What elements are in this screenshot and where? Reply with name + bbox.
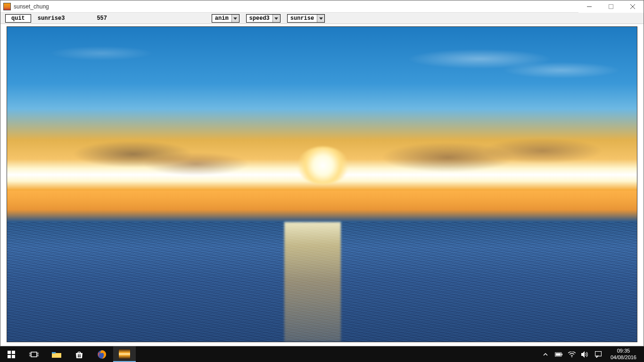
speed-dropdown-label: speed3 [247, 15, 272, 22]
scene-dropdown[interactable]: sunrise [287, 14, 325, 23]
system-tray: 09:35 04/08/2016 [542, 348, 644, 360]
svg-rect-1 [609, 5, 613, 9]
close-button[interactable] [622, 0, 644, 13]
window-controls [578, 0, 644, 13]
svg-marker-5 [274, 17, 278, 20]
svg-rect-17 [80, 354, 81, 356]
sun-reflection [284, 222, 341, 342]
svg-rect-7 [8, 351, 11, 354]
file-explorer-button[interactable] [45, 346, 68, 362]
svg-rect-16 [78, 354, 79, 356]
svg-rect-13 [37, 353, 39, 356]
svg-rect-23 [556, 353, 561, 355]
svg-marker-6 [319, 17, 323, 20]
maximize-button[interactable] [600, 0, 622, 13]
minimize-button[interactable] [578, 0, 600, 13]
svg-rect-15 [52, 352, 56, 354]
clock[interactable]: 09:35 04/08/2016 [608, 348, 639, 360]
volume-icon[interactable] [581, 351, 589, 358]
svg-point-24 [571, 356, 572, 357]
quit-button[interactable]: quit [5, 14, 31, 23]
svg-rect-12 [29, 353, 31, 356]
svg-rect-8 [12, 351, 15, 354]
chevron-down-icon [272, 15, 280, 22]
chevron-down-icon [317, 15, 324, 22]
sun [297, 147, 349, 184]
tray-chevron-icon[interactable] [542, 351, 549, 358]
app-window: sunset_chung quit sunrise3 557 anim spee… [0, 0, 644, 346]
clock-time: 09:35 [611, 348, 636, 354]
mode-label: sunrise3 [35, 15, 68, 22]
start-button[interactable] [0, 346, 23, 362]
store-button[interactable] [68, 346, 91, 362]
sunset-app-button[interactable] [113, 346, 136, 362]
anim-dropdown[interactable]: anim [212, 14, 239, 23]
chevron-down-icon [231, 15, 239, 22]
sunset-app-icon [118, 349, 131, 359]
speed-dropdown[interactable]: speed3 [246, 14, 281, 23]
svg-rect-9 [8, 355, 11, 358]
svg-marker-27 [596, 356, 598, 358]
taskbar: 09:35 04/08/2016 [0, 346, 644, 362]
counter-label: 557 [94, 15, 110, 22]
svg-rect-19 [80, 356, 81, 357]
notifications-icon[interactable] [594, 351, 602, 358]
render-viewport [7, 26, 637, 342]
svg-rect-14 [52, 354, 61, 358]
svg-rect-11 [31, 352, 37, 357]
scene-dropdown-label: sunrise [288, 15, 317, 22]
titlebar[interactable]: sunset_chung [0, 0, 644, 13]
svg-marker-25 [581, 351, 585, 358]
clouds-upper [7, 36, 637, 93]
svg-rect-22 [561, 354, 562, 355]
firefox-button[interactable] [91, 346, 113, 362]
anim-dropdown-label: anim [212, 15, 231, 22]
clock-date: 04/08/2016 [611, 354, 636, 361]
svg-rect-26 [595, 351, 601, 356]
wifi-icon[interactable] [568, 351, 576, 358]
horizon-glow [7, 190, 637, 219]
dropdown-group: anim speed3 sunrise [212, 14, 325, 23]
window-title: sunset_chung [14, 3, 49, 10]
svg-marker-4 [233, 17, 237, 20]
app-icon [3, 3, 11, 10]
taskview-button[interactable] [23, 346, 45, 362]
svg-rect-18 [78, 356, 79, 357]
battery-icon[interactable] [555, 351, 562, 358]
toolbar: quit sunrise3 557 anim speed3 sunrise [0, 13, 644, 24]
svg-rect-10 [12, 355, 15, 358]
